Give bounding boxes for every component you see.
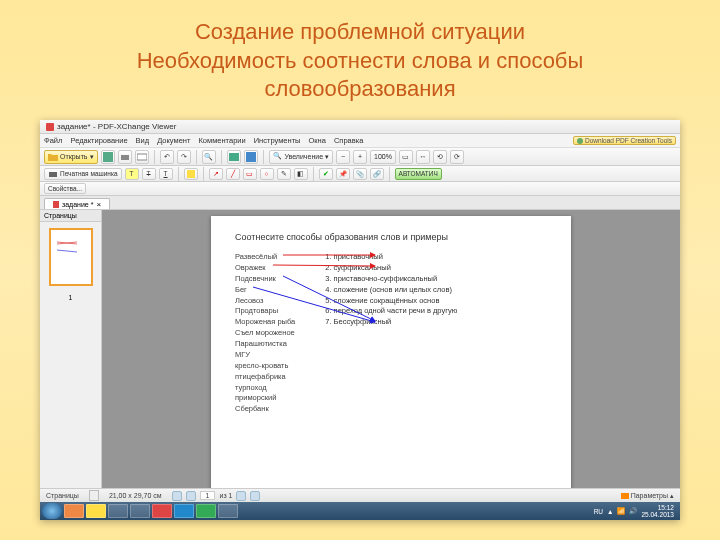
zoom-button[interactable]: 🔍 Увеличение ▾ xyxy=(269,150,334,164)
tray-network-icon[interactable]: 📶 xyxy=(617,507,625,515)
toolbar-main: Открыть ▾ ↶ ↷ 🔍 🔍 Увеличение ▾ − + xyxy=(40,148,680,166)
toolbar-properties: Свойства... xyxy=(40,182,680,196)
chevron-down-icon: ▾ xyxy=(325,153,329,161)
sidebar-footer[interactable]: Страницы xyxy=(46,492,79,499)
task-item[interactable] xyxy=(196,504,216,518)
nav-last-button[interactable] xyxy=(250,491,260,501)
download-pdf-tools-button[interactable]: Download PDF Creation Tools xyxy=(573,136,676,145)
tray-lang[interactable]: RU xyxy=(594,508,603,515)
main-area: Страницы 1 Соотнесите способы образовани… xyxy=(40,210,680,488)
menu-edit[interactable]: Редактирование xyxy=(70,136,127,145)
fit-width-button[interactable]: ↔ xyxy=(416,150,430,164)
close-icon[interactable]: × xyxy=(96,200,101,209)
method-item: 7. Бессуффиксный xyxy=(325,317,457,328)
menu-tools[interactable]: Инструменты xyxy=(254,136,301,145)
svg-rect-2 xyxy=(137,154,147,160)
open-button[interactable]: Открыть ▾ xyxy=(44,150,98,164)
auto-button[interactable]: АВТОМАТИЧ xyxy=(395,168,442,180)
attach-button[interactable]: 📎 xyxy=(353,168,367,180)
page-of: из 1 xyxy=(219,492,232,499)
fit-page-button[interactable]: ▭ xyxy=(399,150,413,164)
task-item[interactable] xyxy=(174,504,194,518)
word-item: Овражек xyxy=(235,263,295,274)
tray-icon[interactable]: ▲ xyxy=(607,508,613,515)
menu-file[interactable]: Файл xyxy=(44,136,62,145)
method-item: 1. приставочный xyxy=(325,252,457,263)
underline-button[interactable]: T xyxy=(159,168,173,180)
toolbar-annotations: Печатная машинка T T T ↗ ╱ ▭ ○ ✎ ◧ ✔ 📌 📎… xyxy=(40,166,680,182)
line-tool-button[interactable]: ╱ xyxy=(226,168,240,180)
link-button[interactable]: 🔗 xyxy=(370,168,384,180)
zoom-out-button[interactable]: − xyxy=(336,150,350,164)
menu-help[interactable]: Справка xyxy=(334,136,363,145)
menu-windows[interactable]: Окна xyxy=(308,136,325,145)
menu-document[interactable]: Документ xyxy=(157,136,190,145)
task-item[interactable] xyxy=(64,504,84,518)
oval-tool-button[interactable]: ○ xyxy=(260,168,274,180)
task-item[interactable] xyxy=(108,504,128,518)
redo-button[interactable]: ↷ xyxy=(177,150,191,164)
typewriter-button[interactable]: Печатная машинка xyxy=(44,168,122,180)
tray-clock[interactable]: 15:12 25.04.2013 xyxy=(641,504,674,518)
highlight-button[interactable]: T xyxy=(125,168,139,180)
pin-button[interactable]: 📌 xyxy=(336,168,350,180)
separator xyxy=(313,167,314,181)
doc-icon xyxy=(89,490,99,501)
task-item[interactable] xyxy=(152,504,172,518)
tab-document-1[interactable]: задание * × xyxy=(44,198,110,209)
word-item: Парашютистка xyxy=(235,339,295,350)
find-button[interactable]: 🔍 xyxy=(202,150,216,164)
nav-first-button[interactable] xyxy=(172,491,182,501)
separator xyxy=(389,167,390,181)
word-item: Бег xyxy=(235,285,295,296)
method-item: 4. сложение (основ или целых слов) xyxy=(325,285,457,296)
note-button[interactable] xyxy=(184,168,198,180)
stamp-button[interactable]: ✔ xyxy=(319,168,333,180)
arrow-tool-button[interactable]: ↗ xyxy=(209,168,223,180)
undo-button[interactable]: ↶ xyxy=(160,150,174,164)
chevron-down-icon: ▾ xyxy=(90,153,94,161)
ocr-button[interactable] xyxy=(244,150,258,164)
menu-comments[interactable]: Комментарии xyxy=(198,136,245,145)
system-tray: RU ▲ 📶 🔊 15:12 25.04.2013 xyxy=(594,504,678,518)
zoom-value[interactable]: 100% xyxy=(370,150,396,164)
status-params[interactable]: Параметры ▴ xyxy=(621,492,674,500)
rect-tool-button[interactable]: ▭ xyxy=(243,168,257,180)
pencil-tool-button[interactable]: ✎ xyxy=(277,168,291,180)
eraser-tool-button[interactable]: ◧ xyxy=(294,168,308,180)
menu-view[interactable]: Вид xyxy=(136,136,150,145)
word-item: Лесовоз xyxy=(235,296,295,307)
separator xyxy=(154,150,155,164)
snapshot-button[interactable] xyxy=(227,150,241,164)
word-item: птицефабрика xyxy=(235,372,295,383)
task-item[interactable] xyxy=(86,504,106,518)
nav-next-button[interactable] xyxy=(236,491,246,501)
properties-button[interactable]: Свойства... xyxy=(44,183,86,194)
separator xyxy=(203,167,204,181)
task-item[interactable] xyxy=(130,504,150,518)
rotate-right-button[interactable]: ⟳ xyxy=(450,150,464,164)
menubar: Файл Редактирование Вид Документ Коммент… xyxy=(40,134,680,148)
print-button[interactable] xyxy=(118,150,132,164)
zoom-in-button[interactable]: + xyxy=(353,150,367,164)
left-column: РазвесёлыйОвражекПодсвечникБегЛесовозПро… xyxy=(235,252,295,415)
page-thumbnail[interactable] xyxy=(49,228,93,286)
method-item: 2. суффиксальный xyxy=(325,263,457,274)
task-item[interactable] xyxy=(218,504,238,518)
status-dimensions: 21,00 x 29,70 см xyxy=(109,492,162,499)
svg-rect-4 xyxy=(246,152,256,162)
word-item: Съел мороженое xyxy=(235,328,295,339)
mail-button[interactable] xyxy=(135,150,149,164)
start-button[interactable] xyxy=(42,503,62,519)
statusbar: Страницы 21,00 x 29,70 см 1 из 1 Парамет… xyxy=(40,488,680,502)
thumbnail-number: 1 xyxy=(40,294,101,301)
page-number[interactable]: 1 xyxy=(200,491,216,500)
word-item: турпоход xyxy=(235,383,295,394)
strikeout-button[interactable]: T xyxy=(142,168,156,180)
rotate-left-button[interactable]: ⟲ xyxy=(433,150,447,164)
save-button[interactable] xyxy=(101,150,115,164)
nav-prev-button[interactable] xyxy=(186,491,196,501)
page-viewport[interactable]: Соотнесите способы образования слов и пр… xyxy=(102,210,680,488)
tray-volume-icon[interactable]: 🔊 xyxy=(629,507,637,515)
chevron-up-icon: ▴ xyxy=(670,492,674,500)
